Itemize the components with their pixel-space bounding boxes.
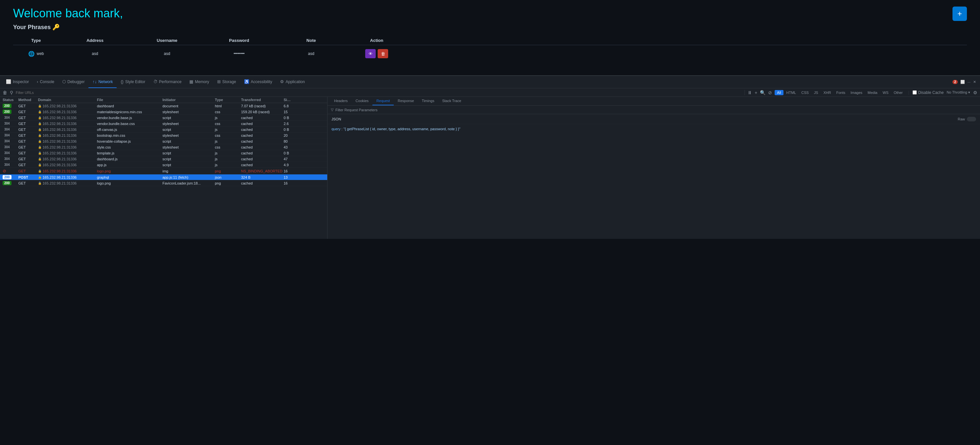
tab-storage[interactable]: ⊞ Storage	[213, 76, 240, 88]
add-phrase-button[interactable]: +	[953, 6, 967, 21]
tab-performance[interactable]: ⏱ Performance	[150, 76, 186, 88]
detail-tab-timings[interactable]: Timings	[418, 97, 438, 105]
filter-fonts[interactable]: Fonts	[834, 90, 848, 95]
table-row[interactable]: 200 GET 🔒 165.232.98.21:31336 dashboard …	[0, 103, 327, 109]
filter-other[interactable]: Other	[891, 90, 905, 95]
more-tools-icon[interactable]: ···	[967, 80, 970, 84]
pause-icon[interactable]: ⏸	[748, 90, 752, 95]
tab-memory-label: Memory	[195, 79, 209, 84]
raw-toggle-switch[interactable]	[967, 117, 976, 121]
view-password-button[interactable]: 👁	[365, 49, 376, 58]
file-cell: logo.png	[97, 181, 162, 185]
initiator-cell: stylesheet	[162, 122, 215, 126]
phrase-table-header: Type Address Username Password Note Acti…	[13, 36, 967, 45]
transferred-cell: cached	[241, 145, 284, 149]
query-key: query	[331, 127, 340, 131]
table-row[interactable]: 304 GET 🔒 165.232.98.21:31336 off-canvas…	[0, 127, 327, 133]
tab-console-label: Console	[40, 79, 54, 84]
settings-icon[interactable]: ⚙	[973, 90, 977, 95]
table-row[interactable]: ⊘ GET 🔒 165.232.98.21:31336 logo.png img…	[0, 168, 327, 174]
search-icon[interactable]: 🔍	[760, 90, 765, 95]
detail-tab-response[interactable]: Response	[394, 97, 418, 105]
table-row[interactable]: 304 GET 🔒 165.232.98.21:31336 hoverable-…	[0, 138, 327, 144]
disable-cache-checkbox[interactable]	[913, 90, 917, 95]
file-cell: materialdesignicons.min.css	[97, 110, 162, 114]
size-cell: 4.9	[284, 163, 303, 167]
throttling-select[interactable]: No Throttling ▾	[944, 90, 972, 95]
detail-tab-headers[interactable]: Headers	[330, 97, 352, 105]
type-cell: css	[215, 110, 241, 114]
cell-actions: 👁 🗑	[347, 49, 406, 58]
tab-network[interactable]: ↑↓ Network	[88, 76, 117, 88]
filter-xhr[interactable]: XHR	[821, 90, 833, 95]
tab-accessibility[interactable]: ♿ Accessibility	[240, 76, 276, 88]
filter-images[interactable]: Images	[848, 90, 865, 95]
filter-html[interactable]: HTML	[784, 90, 799, 95]
table-row[interactable]: 304 GET 🔒 165.232.98.21:31336 vendor.bun…	[0, 121, 327, 127]
table-row[interactable]: 200 GET 🔒 165.232.98.21:31336 logo.png F…	[0, 180, 327, 186]
filter-css[interactable]: CSS	[799, 90, 811, 95]
request-list: Status Method Domain File Initiator Type…	[0, 97, 328, 239]
type-value: web	[37, 51, 44, 56]
inspector-icon: ⬜	[6, 79, 11, 84]
col-type: Type	[215, 98, 241, 102]
close-devtools-icon[interactable]: ✕	[973, 80, 976, 84]
detail-tab-cookies[interactable]: Cookies	[352, 97, 373, 105]
tab-application[interactable]: ⚙ Application	[276, 76, 309, 88]
filter-urls-input[interactable]	[16, 91, 742, 95]
type-cell: js	[215, 128, 241, 131]
table-row[interactable]: 200 GET 🔒 165.232.98.21:31336 materialde…	[0, 109, 327, 115]
responsive-mode-icon[interactable]: ⬜	[960, 80, 965, 84]
tab-debugger[interactable]: ⬡ Debugger	[58, 76, 89, 88]
method-cell: GET	[18, 145, 38, 149]
status-badge: 200	[3, 104, 18, 108]
filter-icon[interactable]: ⚲	[10, 90, 13, 95]
initiator-cell: stylesheet	[162, 133, 215, 138]
initiator-cell: script	[162, 128, 215, 131]
detail-tab-request[interactable]: Request	[372, 97, 394, 105]
network-icon: ↑↓	[92, 79, 97, 84]
tab-memory[interactable]: ▦ Memory	[185, 76, 213, 88]
clear-requests-icon[interactable]: 🗑	[3, 90, 7, 95]
filter-all[interactable]: All	[775, 90, 783, 95]
size-cell: 43	[284, 145, 303, 149]
type-cell: css	[215, 133, 241, 138]
raw-toggle[interactable]: Raw	[958, 117, 976, 121]
col-action: Action	[347, 38, 406, 43]
table-row[interactable]: 304 GET 🔒 165.232.98.21:31336 dashboard.…	[0, 156, 327, 162]
domain-cell: 🔒 165.232.98.21:31336	[38, 151, 97, 155]
status-badge: 304	[3, 133, 18, 138]
col-note: Note	[275, 38, 347, 43]
table-row[interactable]: 304 GET 🔒 165.232.98.21:31336 style.css …	[0, 144, 327, 150]
col-username: Username	[131, 38, 203, 43]
domain-cell: 🔒 165.232.98.21:31336	[38, 181, 97, 185]
add-bookmark-icon[interactable]: +	[755, 90, 757, 95]
table-row[interactable]: 304 GET 🔒 165.232.98.21:31336 vendor.bun…	[0, 115, 327, 121]
table-row[interactable]: 304 GET 🔒 165.232.98.21:31336 template.j…	[0, 150, 327, 156]
filter-ws[interactable]: WS	[880, 90, 891, 95]
filter-media[interactable]: Media	[865, 90, 880, 95]
tab-style-editor[interactable]: {} Style Editor	[117, 76, 149, 88]
status-badge: 304	[3, 116, 18, 120]
delete-phrase-button[interactable]: 🗑	[378, 49, 388, 58]
table-row[interactable]: 304 GET 🔒 165.232.98.21:31336 app.js scr…	[0, 162, 327, 168]
tab-inspector[interactable]: ⬜ Inspector	[2, 76, 33, 88]
table-row[interactable]: 200 POST 🔒 165.232.98.21:31336 graphql a…	[0, 174, 327, 180]
type-cell: css	[215, 145, 241, 149]
status-badge: 200	[3, 181, 18, 185]
table-row[interactable]: 304 GET 🔒 165.232.98.21:31336 bootstrap.…	[0, 133, 327, 138]
devtools-tab-bar: ⬜ Inspector › Console ⬡ Debugger ↑↓ Netw…	[0, 76, 980, 88]
filter-js[interactable]: JS	[811, 90, 821, 95]
domain-cell: 🔒 165.232.98.21:31336	[38, 176, 97, 179]
col-size: Si…	[284, 98, 303, 102]
method-cell: GET	[18, 163, 38, 167]
disable-cache-label[interactable]: Disable Cache	[913, 90, 943, 95]
stop-icon[interactable]: ⊘	[768, 90, 772, 95]
transferred-cell: cached	[241, 151, 284, 155]
type-cell: js	[215, 157, 241, 161]
status-badge: 304	[3, 157, 18, 161]
transferred-cell: 7.07 kB (raced)	[241, 104, 284, 108]
cell-address: asd	[59, 51, 131, 56]
detail-tab-stack-trace[interactable]: Stack Trace	[438, 97, 465, 105]
tab-console[interactable]: › Console	[33, 76, 58, 88]
